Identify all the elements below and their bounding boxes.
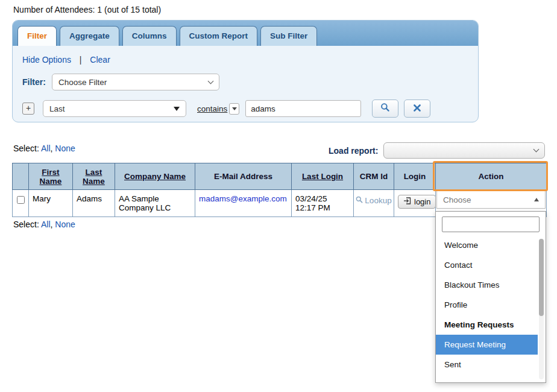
header-login: Login	[394, 163, 436, 190]
header-last-login[interactable]: Last Login	[292, 163, 354, 190]
dropdown-option-request-meeting[interactable]: Request Meeting	[436, 335, 538, 355]
select-label: Select:	[13, 144, 39, 153]
header-checkbox	[13, 163, 29, 190]
search-icon	[380, 103, 390, 115]
dropdown-scrollbar-thumb[interactable]	[539, 239, 544, 316]
select-all-link[interactable]: All	[41, 144, 51, 153]
crm-id-cell: Lookup	[354, 190, 394, 217]
tab-filter[interactable]: Filter	[17, 26, 57, 46]
header-company-name[interactable]: Company Name	[115, 163, 195, 190]
header-label: First Name	[40, 168, 62, 186]
action-dropdown-panel: Welcome Contact Blackout Times Profile M…	[435, 211, 546, 383]
filter-label: Filter:	[22, 77, 46, 87]
header-crm-id: CRM Id	[354, 163, 394, 190]
clear-link[interactable]: Clear	[90, 55, 110, 65]
last-name-cell: Adams	[73, 190, 115, 217]
separator: |	[80, 55, 82, 65]
header-label: E-Mail Address	[214, 172, 272, 181]
filter-field-value: Last	[49, 104, 65, 113]
add-condition-button[interactable]: +	[22, 103, 34, 115]
email-cell: madams@example.com	[195, 190, 292, 217]
dropdown-option-blackout-times[interactable]: Blackout Times	[436, 275, 538, 295]
dropdown-group-meeting-requests[interactable]: Meeting Requests	[436, 315, 538, 335]
select-none-link[interactable]: None	[55, 220, 75, 229]
crm-lookup-link[interactable]: Lookup	[357, 196, 390, 205]
select-none-link[interactable]: None	[55, 144, 75, 153]
header-label: CRM Id	[360, 172, 388, 181]
login-icon	[403, 197, 411, 206]
comma: ,	[51, 220, 53, 229]
action-select-value: Choose	[443, 195, 471, 204]
header-first-name[interactable]: First Name	[29, 163, 73, 190]
filter-field-select[interactable]: Last	[43, 100, 186, 117]
attendee-table: First Name Last Name Company Name E-Mail…	[12, 163, 547, 217]
dropdown-arrow-icon	[232, 107, 237, 110]
header-label: Last Name	[83, 168, 105, 186]
choose-filter-value: Choose Filter	[58, 78, 107, 87]
close-icon	[414, 103, 421, 114]
header-label: Action	[479, 172, 504, 181]
search-icon	[356, 196, 363, 205]
dropdown-option-contact[interactable]: Contact	[436, 255, 538, 275]
load-report-select[interactable]	[383, 142, 545, 159]
attendee-count: Number of Attendees: 1 (out of 15 total)	[13, 5, 161, 14]
login-button-label: login	[414, 197, 430, 206]
tab-columns[interactable]: Columns	[122, 26, 177, 46]
action-dropdown-search-input[interactable]	[442, 217, 540, 232]
header-label: Company Name	[124, 172, 186, 181]
dropdown-option-sent[interactable]: Sent	[436, 355, 538, 375]
email-link[interactable]: madams@example.com	[199, 194, 287, 203]
chevron-down-icon	[207, 78, 213, 84]
load-report: Load report:	[329, 142, 545, 159]
header-last-name[interactable]: Last Name	[73, 163, 115, 190]
action-select[interactable]: Choose	[436, 191, 546, 209]
login-button[interactable]: login	[398, 195, 436, 209]
tab-sub-filter[interactable]: Sub Filter	[260, 26, 317, 46]
comma: ,	[51, 144, 53, 153]
load-report-label: Load report:	[329, 146, 378, 156]
hide-options-link[interactable]: Hide Options	[22, 55, 71, 65]
dropdown-arrow-icon	[174, 107, 180, 111]
filter-panel: Filter Aggregate Columns Custom Report S…	[12, 20, 479, 122]
table-header-row: First Name Last Name Company Name E-Mail…	[13, 163, 547, 190]
filter-tab-strip: Filter Aggregate Columns Custom Report S…	[13, 21, 478, 46]
tab-aggregate[interactable]: Aggregate	[60, 26, 119, 46]
select-bar-top: Select: All, None	[13, 144, 75, 153]
first-name-cell: Mary	[29, 190, 73, 217]
row-checkbox[interactable]	[17, 196, 25, 204]
lookup-label: Lookup	[365, 196, 391, 205]
filter-panel-body: Hide Options | Clear Filter: Choose Filt…	[13, 46, 478, 122]
header-label: Login	[404, 172, 426, 181]
dropdown-option-welcome[interactable]: Welcome	[436, 235, 538, 255]
last-login-date: 03/24/25	[295, 194, 350, 203]
choose-filter-select[interactable]: Choose Filter	[52, 74, 219, 90]
header-action: Action	[436, 163, 547, 190]
header-label: Last Login	[302, 172, 343, 181]
last-login-cell: 03/24/25 12:17 PM	[292, 190, 354, 217]
select-all-link[interactable]: All	[41, 220, 51, 229]
search-button[interactable]	[372, 100, 398, 118]
row-checkbox-cell	[13, 190, 29, 217]
dropdown-option-profile[interactable]: Profile	[436, 295, 538, 315]
filter-value-input[interactable]	[245, 100, 361, 117]
company-cell: AA Sample Company LLC	[115, 190, 195, 217]
attendee-management-page: Number of Attendees: 1 (out of 15 total)…	[0, 0, 557, 392]
filter-options-row: Hide Options | Clear	[22, 55, 471, 65]
header-email: E-Mail Address	[195, 163, 292, 190]
filter-condition-row: + Last contains	[22, 100, 471, 118]
tab-custom-report[interactable]: Custom Report	[180, 26, 258, 46]
operator-label[interactable]: contains	[197, 104, 227, 113]
last-login-time: 12:17 PM	[295, 203, 350, 212]
clear-filter-button[interactable]	[404, 100, 430, 118]
chevron-up-icon	[534, 198, 539, 201]
login-cell: login	[394, 190, 436, 217]
filter-select-row: Filter: Choose Filter	[22, 74, 471, 90]
dropdown-scrollbar[interactable]	[539, 239, 544, 379]
select-bar-bottom: Select: All, None	[13, 220, 75, 229]
chevron-down-icon	[533, 147, 540, 153]
select-label: Select:	[13, 220, 39, 229]
operator-select[interactable]	[229, 103, 239, 115]
